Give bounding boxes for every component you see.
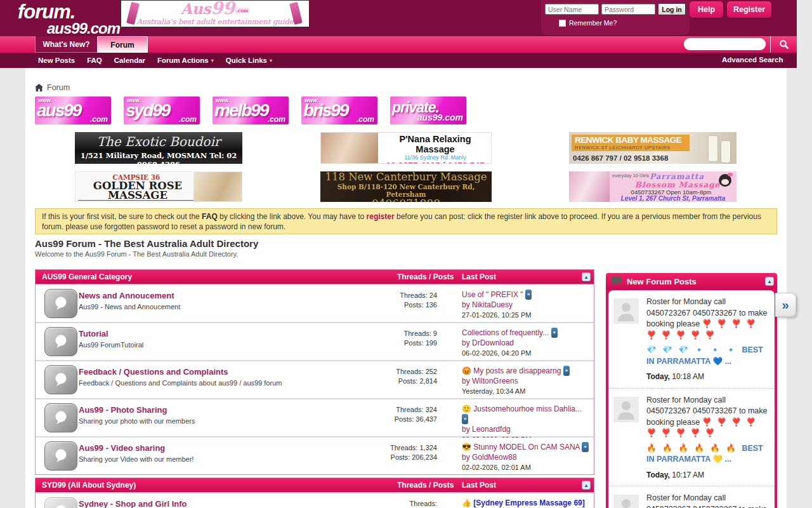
faq-link[interactable]: FAQ [202,212,218,221]
banner-syd99[interactable]: www. syd99 .com [124,97,200,124]
forum-description: Aus99 ForumTutoiral [79,341,377,349]
post-title-link[interactable]: Roster for Monday call 0450723267 045073… [646,493,769,508]
forum-stats: Threads: 61,276 [381,499,437,508]
banner-melb99[interactable]: www. melb99 .com [213,97,289,124]
forum-status-icon [44,441,77,471]
notice-text: by clicking the link above. You may have… [218,212,367,221]
forum-link[interactable]: Feedback / Questions and Complaints [79,367,377,377]
nav-forum-actions[interactable]: Forum Actions▾ [157,57,214,64]
banner-com: .com [179,115,197,124]
banner-name: melb99 [214,100,268,121]
ad-title: The Exotic Boudoir [75,132,242,151]
last-post: Use of " PREFIX " » by NikitaDuesy 27-01… [462,290,590,320]
nav-new-posts[interactable]: New Posts [38,57,75,64]
forum-link[interactable]: Sydney - Shop and Girl Info [79,499,377,508]
goto-last-post-icon[interactable]: » [582,442,588,452]
username-input[interactable] [545,4,599,15]
avatar [613,298,639,324]
forum-status-icon [44,289,77,318]
forum-link[interactable]: Aus99 - Photo Sharing [79,405,377,415]
nav-faq[interactable]: FAQ [87,57,102,64]
last-post-title-link[interactable]: 🙂 Justsomehourhoe miss Dahlia... [462,404,582,413]
last-post-title-link[interactable]: Collections of frequently... [462,328,549,337]
banner-bris99[interactable]: www. bris99 .com [301,97,377,124]
nav-quick-links[interactable]: Quick Links▾ [226,57,272,64]
header-banner-ad[interactable]: Aus99.com Australia's best adult enterta… [121,0,310,27]
tab-whats-new[interactable]: What's New? [35,36,97,53]
login-button[interactable]: Log in [658,3,686,15]
forum-link[interactable]: Aus99 - Video sharing [79,443,377,453]
register-link[interactable]: register [367,212,395,221]
last-post-author-link[interactable]: by WiltonGreens [462,376,590,386]
collapse-icon[interactable]: ▴ [582,481,591,490]
last-post-title-link[interactable]: 👍 [Sydney Empress Massage 69] [462,498,585,507]
last-post-author-link[interactable]: by DrDownload [462,338,590,348]
forum-stats: Threads: 9 Posts: 199 [381,329,437,348]
tab-forum[interactable]: Forum [97,36,148,53]
forum-description: Feedback / Questions and Complaints abou… [79,379,377,387]
help-button[interactable]: Help [690,1,723,18]
breadcrumb-forum-link[interactable]: Forum [47,83,70,92]
goto-last-post-icon[interactable]: » [525,290,532,300]
home-icon[interactable] [35,84,43,91]
post-title-link[interactable]: Roster for Monday call 0450723267 045073… [646,297,769,367]
page-title: Aus99 Forum - The Best Australia Adult D… [35,238,258,249]
search-button[interactable] [770,36,797,53]
first-visit-notice: If this is your first visit, be sure to … [35,208,777,234]
forum-description: Aus99 - News and Annoucement [79,303,377,311]
ad-title: Parramatta [639,172,715,181]
sub-navigation: New Posts FAQ Calendar Forum Actions▾ Qu… [0,53,797,68]
ad-blossom-massage[interactable]: everyday 10 Girls Parramatta Blossom Mas… [569,171,737,202]
last-post-title-link[interactable]: 😡 My posts are disappearng [462,366,561,375]
goto-last-post-icon[interactable]: » [462,414,468,424]
ad-pnana-massage[interactable]: P'Nana Relaxing Massage 11/36 Sydney Rd.… [320,132,492,164]
advanced-search-link[interactable]: Advanced Search [722,56,783,64]
ad-renwick-massage[interactable]: RENWICK BABY MASSAGE RENWICK ST LEICHHAR… [569,132,737,164]
forum-stats: Threads: 252 Posts: 2,814 [381,367,437,386]
column-threads-posts: Threads / Posts [397,481,454,490]
forum-row: Feedback / Questions and Complaints Feed… [36,361,594,398]
remember-me-checkbox[interactable] [559,20,566,27]
goto-last-post-icon[interactable]: » [563,366,570,376]
forum-link[interactable]: News and Annoucement [79,291,377,300]
last-post-title-link[interactable]: Use of " PREFIX " [462,290,523,299]
post-title-link[interactable]: Roster for Monday call 0450723267 045073… [646,395,769,465]
nav-calendar[interactable]: Calendar [114,57,145,64]
banner-com: .com [90,115,108,124]
ad-118-canterbury-massage[interactable]: 118 New Canterbury Massage Shop B/118-12… [320,171,492,202]
new-post-item: Roster for Monday call 0450723267 045073… [608,388,775,486]
ad-exotic-boudoir[interactable]: The Exotic Boudoir 1/521 Military Road, … [75,132,242,164]
breadcrumb: Forum [35,83,70,92]
avatar [613,397,639,422]
collapse-icon[interactable]: ▴ [582,272,591,281]
banner-com: .com [357,115,374,124]
last-post-author-link[interactable]: by GoldMeow88 [462,452,590,462]
sidebar-expand-button[interactable]: » [775,293,796,317]
category-header[interactable]: SYD99 (All About Sydney) Threads / Posts… [36,478,594,492]
banner-private-aus99[interactable]: private. aus99.com [390,97,466,124]
forum-row: News and Annoucement Aus99 - News and An… [36,285,594,322]
banner-subtitle: Australia's best adult entertainment gui… [121,18,309,26]
ad-photo [569,171,610,202]
collapse-icon[interactable]: ▴ [765,277,774,286]
category-header[interactable]: AUS99 General Category Threads / Posts L… [36,270,594,284]
banner-com: .com [268,115,285,124]
banner-aus99[interactable]: www. aus99 .com [35,97,111,124]
logo-line2: aus99.com [47,21,120,36]
password-input[interactable] [601,4,655,15]
last-post-title-link[interactable]: 😎 Stunny MODEL On CAM SANA [462,443,580,451]
forum-row: Tutorial Aus99 ForumTutoiral Threads: 9 … [36,323,594,360]
last-post-author-link[interactable]: by NikitaDuesy [462,300,590,310]
last-post: 😡 My posts are disappearng » by WiltonGr… [462,366,590,396]
goto-last-post-icon[interactable]: » [551,328,558,338]
ad-golden-rose-massage[interactable]: CAMPSIE 36 GOLDEN ROSE MASSAGE 36 NORTH … [75,171,242,202]
register-button[interactable]: Register [727,1,771,18]
ad-address: RENWICK ST LEICHHARDT UPSTAIRS [575,145,686,150]
forum-link[interactable]: Tutorial [79,329,377,338]
last-post-author-link[interactable]: by Leonardfdg [462,424,590,434]
site-logo[interactable]: forum. aus99.com [18,2,120,36]
last-post: Collections of frequently... » by DrDown… [462,328,590,358]
search-input[interactable] [684,38,766,50]
search-icon [779,39,789,50]
banner-name: aus99 [37,100,81,121]
